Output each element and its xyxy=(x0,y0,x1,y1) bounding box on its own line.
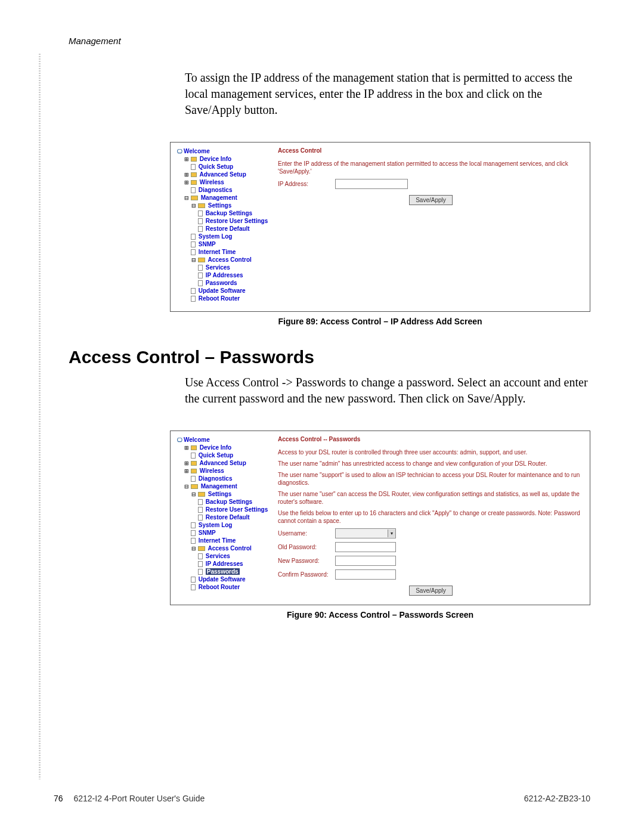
passwords-paragraph: Use Access Control -> Passwords to chang… xyxy=(185,374,590,407)
tree-snmp[interactable]: SNMP xyxy=(199,241,216,247)
tree-access-control[interactable]: Access Control xyxy=(208,256,251,263)
plus-icon[interactable] xyxy=(184,445,190,451)
page-icon xyxy=(198,218,203,224)
tree-welcome[interactable]: Welcome xyxy=(184,436,210,443)
tree-welcome[interactable]: Welcome xyxy=(184,148,210,154)
tree-advanced-setup[interactable]: Advanced Setup xyxy=(199,171,246,178)
page-icon xyxy=(191,538,196,544)
tree-services[interactable]: Services xyxy=(206,553,230,559)
tree-backup-settings[interactable]: Backup Settings xyxy=(206,210,252,216)
page-icon xyxy=(191,249,196,255)
tree-internet-time[interactable]: Internet Time xyxy=(199,537,236,544)
tree-update-software[interactable]: Update Software xyxy=(199,287,246,294)
minus-icon[interactable] xyxy=(191,257,197,263)
tree-management[interactable]: Management xyxy=(201,194,237,201)
minus-icon[interactable] xyxy=(184,484,190,490)
new-password-input[interactable] xyxy=(335,556,396,566)
plus-icon[interactable] xyxy=(184,468,190,474)
plus-icon[interactable] xyxy=(184,172,190,178)
tree-restore-default[interactable]: Restore Default xyxy=(206,514,250,521)
tree-internet-time[interactable]: Internet Time xyxy=(199,249,236,255)
page-number: 76 xyxy=(54,794,63,803)
tree-system-log[interactable]: System Log xyxy=(199,233,233,240)
tree-restore-user[interactable]: Restore User Settings xyxy=(206,506,268,513)
old-password-input[interactable] xyxy=(335,542,396,552)
plus-icon[interactable] xyxy=(184,179,190,185)
page-icon xyxy=(198,553,203,559)
tree-wireless[interactable]: Wireless xyxy=(200,179,224,185)
tree-settings[interactable]: Settings xyxy=(208,491,231,497)
page-icon xyxy=(191,522,196,528)
page-icon xyxy=(191,476,196,482)
tree-reboot-router[interactable]: Reboot Router xyxy=(199,295,240,302)
tree-wireless[interactable]: Wireless xyxy=(200,467,224,474)
page-icon xyxy=(191,234,196,240)
tree-access-control[interactable]: Access Control xyxy=(208,545,251,552)
plus-icon[interactable] xyxy=(184,460,190,466)
tree-backup-settings[interactable]: Backup Settings xyxy=(206,498,252,505)
page-icon xyxy=(191,288,196,294)
tree-passwords-active[interactable]: Passwords xyxy=(206,568,240,575)
page-icon xyxy=(198,280,203,286)
tree-device-info[interactable]: Device Info xyxy=(200,444,231,451)
pane-title: Access Control xyxy=(278,147,584,154)
username-label: Username: xyxy=(278,530,332,537)
folder-open-icon xyxy=(198,203,205,208)
figure-89-caption: Figure 89: Access Control – IP Address A… xyxy=(170,317,590,326)
page-icon xyxy=(191,164,196,170)
tree-reboot-router[interactable]: Reboot Router xyxy=(199,584,240,590)
tree-diagnostics[interactable]: Diagnostics xyxy=(199,187,233,193)
tree-device-info[interactable]: Device Info xyxy=(200,156,231,162)
folder-icon xyxy=(191,180,197,185)
page-icon xyxy=(198,265,203,271)
folder-icon xyxy=(191,469,197,473)
folder-open-icon xyxy=(198,258,205,262)
save-apply-button[interactable]: Save/Apply xyxy=(409,586,453,596)
footer-docid: 6212-A2-ZB23-10 xyxy=(524,794,590,803)
tree-advanced-setup[interactable]: Advanced Setup xyxy=(199,460,246,466)
tree-update-software[interactable]: Update Software xyxy=(199,576,246,583)
content-pane: Access Control Enter the IP address of t… xyxy=(278,147,584,302)
tree-system-log[interactable]: System Log xyxy=(199,522,233,528)
confirm-password-label: Confirm Password: xyxy=(278,571,332,578)
tree-management[interactable]: Management xyxy=(201,483,237,490)
folder-open-icon xyxy=(198,546,205,551)
minus-icon[interactable] xyxy=(184,195,190,201)
tree-diagnostics[interactable]: Diagnostics xyxy=(199,475,233,482)
monitor-icon xyxy=(177,148,182,154)
save-apply-button[interactable]: Save/Apply xyxy=(409,195,453,205)
minus-icon[interactable] xyxy=(191,546,197,552)
figure-90-screenshot: Welcome Device Info Quick Setup Advanced… xyxy=(170,431,590,605)
pane-p1: Access to your DSL router is controlled … xyxy=(278,448,584,456)
tree-quick-setup[interactable]: Quick Setup xyxy=(199,452,233,459)
plus-icon[interactable] xyxy=(184,156,190,162)
tree-restore-user[interactable]: Restore User Settings xyxy=(206,218,268,224)
tree-ip-addresses[interactable]: IP Addresses xyxy=(206,561,243,567)
ip-address-label: IP Address: xyxy=(278,181,332,187)
tree-restore-default[interactable]: Restore Default xyxy=(206,225,250,232)
nav-tree: Welcome Device Info Quick Setup Advanced… xyxy=(177,436,266,596)
old-password-label: Old Password: xyxy=(278,544,332,550)
page-icon xyxy=(191,241,196,247)
page-icon xyxy=(198,507,203,513)
footer-guide: 6212-I2 4-Port Router User's Guide xyxy=(73,794,205,803)
pane-desc: Enter the IP address of the management s… xyxy=(278,160,584,175)
page-icon xyxy=(198,569,203,575)
page-icon xyxy=(191,530,196,536)
tree-snmp[interactable]: SNMP xyxy=(199,529,216,536)
new-password-label: New Password: xyxy=(278,558,332,564)
tree-ip-addresses[interactable]: IP Addresses xyxy=(206,272,243,278)
page-icon xyxy=(198,561,203,567)
tree-services[interactable]: Services xyxy=(206,264,230,271)
pane-p4: The user name "user" can access the DSL … xyxy=(278,490,584,506)
tree-passwords[interactable]: Passwords xyxy=(206,280,237,286)
confirm-password-input[interactable] xyxy=(335,569,396,580)
folder-open-icon xyxy=(198,492,205,497)
ip-address-input[interactable] xyxy=(335,179,408,189)
username-select[interactable]: ▾ xyxy=(335,528,396,538)
tree-quick-setup[interactable]: Quick Setup xyxy=(199,163,233,170)
tree-settings[interactable]: Settings xyxy=(208,202,231,209)
minus-icon[interactable] xyxy=(191,491,197,497)
minus-icon[interactable] xyxy=(191,203,197,209)
binding-dots xyxy=(39,54,41,779)
